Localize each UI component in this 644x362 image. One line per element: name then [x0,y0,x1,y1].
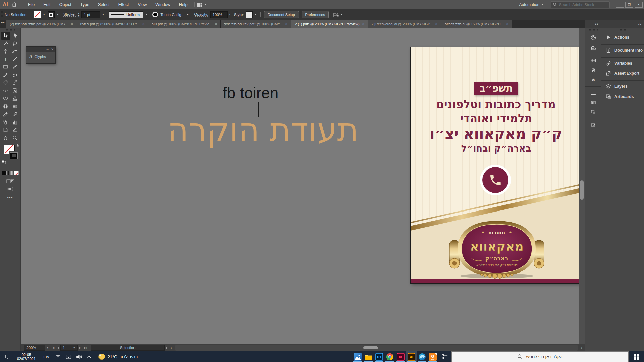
previous-artboard-icon[interactable]: ◀ [56,346,60,349]
tab-close-icon[interactable]: ✕ [285,22,288,26]
close-panel-icon[interactable]: ✕ [51,48,54,51]
tab-close-icon[interactable]: ✕ [435,22,438,26]
line-segment-tool[interactable] [10,55,20,63]
document-setup-button[interactable]: Document Setup [264,11,299,18]
artboard-tool[interactable] [1,126,10,134]
glyphs-panel-tab[interactable]: A Glyphs [26,52,55,61]
canvas-headline-text[interactable]: תעודת הוקרה [136,111,390,149]
perspective-grid-tool[interactable] [10,95,20,103]
brushes-panel-icon[interactable] [585,65,601,75]
blend-tool[interactable] [10,110,20,118]
horizontal-scrollbar-thumb[interactable] [363,346,378,349]
scale-tool[interactable] [10,79,20,87]
adobe-stock-search[interactable] [551,1,610,8]
chevron-down-icon[interactable]: ▼ [340,13,343,16]
eyedropper-tool[interactable] [1,110,10,118]
type-tool[interactable]: T [1,55,10,63]
gradient-tool[interactable] [10,103,20,111]
glyphs-panel-header[interactable]: »» ✕ [26,47,55,52]
windows-start-button[interactable] [629,351,644,362]
rectangle-tool[interactable] [1,63,10,71]
first-artboard-icon[interactable]: |◀ [50,346,56,349]
volume-icon[interactable] [76,354,82,359]
tab-close-icon[interactable]: ✕ [142,22,145,26]
lasso-tool[interactable] [10,40,20,48]
shape-builder-tool[interactable] [1,95,10,103]
column-graph-tool[interactable] [10,118,20,126]
action-center-icon[interactable] [5,354,11,360]
eraser-tool[interactable] [10,71,20,79]
gradient-panel-icon[interactable] [585,98,601,107]
document-tab[interactable]: 2 (1).pdf* @ 200% (CMYK/GPU Preview)✕ [291,20,368,28]
transparency-panel-icon[interactable] [585,107,601,117]
rotate-tool[interactable] [1,79,10,87]
opacity-field[interactable]: 100% [210,11,228,18]
arrange-documents-icon[interactable] [197,2,203,7]
stroke-stepper[interactable]: ▲▼ [78,12,80,17]
chevron-right-icon[interactable]: › [228,13,231,16]
document-tab[interactable]: טוב.pdf @ 100% (CMYK/GPU Previe...✕ [148,20,221,28]
edit-toolbar-icon[interactable]: ••• [0,195,20,199]
direct-selection-tool[interactable] [10,32,20,40]
status-menu-icon[interactable]: ▶ [165,346,169,349]
navigator-panel-icon[interactable] [585,120,601,130]
task-view-icon[interactable] [441,354,448,360]
swap-fill-stroke-icon[interactable] [15,144,19,148]
chevron-down-icon[interactable]: ▼ [541,3,544,6]
panel-grip[interactable] [6,29,15,31]
next-artboard-icon[interactable]: ▶ [78,346,83,349]
vertical-scrollbar-thumb[interactable] [580,180,584,200]
taskbar-app-pdf-app[interactable]: GPDF [427,351,438,362]
panel-button-layers[interactable]: Layers [601,81,644,92]
paintbrush-tool[interactable] [10,63,20,71]
chevron-down-icon[interactable]: ▼ [145,13,148,16]
slice-tool[interactable] [10,126,20,134]
panel-button-actions[interactable]: Actions [601,32,644,42]
tablet-mode-icon[interactable] [66,354,71,359]
taskbar-app-photos[interactable] [352,351,363,362]
default-fill-stroke-icon[interactable] [2,160,6,164]
color-panel-icon[interactable] [585,33,601,42]
menu-item-effect[interactable]: Effect [114,0,133,9]
chevron-down-icon[interactable]: ▼ [45,346,50,349]
close-button[interactable]: ✕ [635,2,643,8]
style-swatch[interactable] [246,11,253,18]
fill-color-swatch[interactable] [34,11,41,18]
taskbar-clock[interactable]: 02:05 02/07/2021 [17,353,36,361]
variable-width-profile-dropdown[interactable]: Uniform [109,11,143,18]
color-guide-panel-icon[interactable] [585,42,601,52]
chevron-down-icon[interactable]: ▼ [56,13,59,16]
taskbar-app-edge[interactable] [417,351,427,362]
taskbar-app-photoshop[interactable]: Ps [374,351,384,362]
hand-tool[interactable] [1,134,10,142]
selection-tool[interactable] [1,32,10,40]
tab-close-icon[interactable]: ✕ [362,22,364,26]
swatches-panel-icon[interactable] [585,55,601,65]
horizontal-scrollbar[interactable] [175,345,578,351]
magic-wand-tool[interactable] [1,40,10,48]
screen-mode-icon[interactable] [0,187,20,191]
panel-grip[interactable] [1,11,3,18]
artboard-number-field[interactable]: 1 ▼ [60,345,78,351]
zoom-tool[interactable] [10,134,20,142]
panel-button-document-info[interactable]: Document Info [601,45,644,55]
wifi-icon[interactable] [55,354,61,359]
brush-definition-dropdown[interactable]: Touch Callig... [152,12,184,17]
zoom-level-field[interactable]: 200% [24,345,45,351]
stroke-color-swatch[interactable] [48,11,55,18]
stroke-label[interactable]: Stroke: [63,12,75,17]
menu-item-object[interactable]: Object [55,0,76,9]
panel-button-variables[interactable]: Variables [601,58,644,68]
stroke-swatch[interactable] [9,151,19,160]
collapse-arrows-icon[interactable]: ◀◀ [0,20,6,28]
preferences-button[interactable]: Preferences [302,11,329,18]
menu-item-select[interactable]: Select [94,0,114,9]
symbol-sprayer-tool[interactable] [1,118,10,126]
automation-workspace-switcher[interactable]: Automation [519,2,539,7]
restore-button[interactable]: ❐ [625,2,633,8]
menu-item-window[interactable]: Window [151,0,174,9]
taskbar-app-chrome[interactable] [384,351,395,362]
taskbar-app-illustrator[interactable]: Ai [406,351,417,362]
menu-item-view[interactable]: View [133,0,151,9]
menu-item-help[interactable]: Help [175,0,192,9]
